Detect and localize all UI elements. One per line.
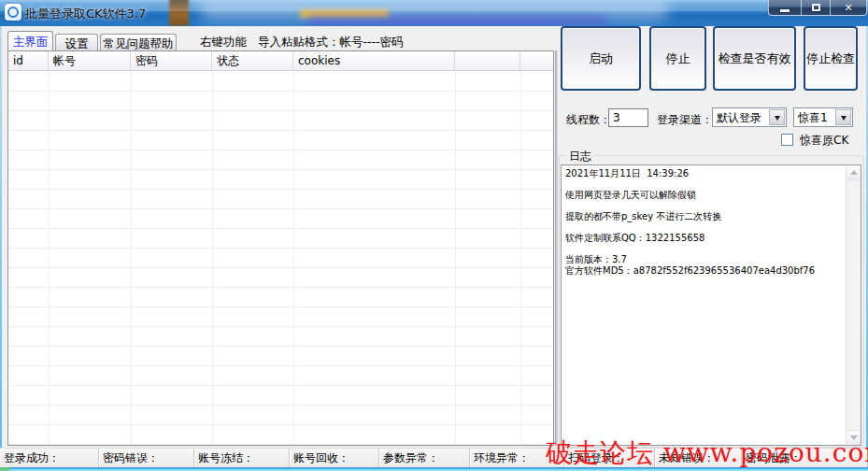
log-line: 使用网页登录几天可以解除假锁	[565, 190, 843, 201]
close-button[interactable]: ✕	[831, 0, 867, 16]
column-header-状态[interactable]: 状态	[212, 51, 293, 70]
chevron-down-icon	[841, 116, 847, 123]
login-channel-select[interactable]: 默认登录	[712, 107, 787, 127]
table-body[interactable]	[8, 72, 553, 445]
table-grid-line	[293, 72, 294, 445]
minimize-icon	[780, 9, 790, 12]
arrow-down-icon	[850, 435, 858, 444]
column-header-id[interactable]: id	[8, 51, 49, 70]
log-lines: 2021年11月11日 14:39:26使用网页登录几天可以解除假锁提取的都不带…	[565, 168, 843, 443]
tab-3[interactable]: 常见问题帮助	[100, 34, 177, 51]
column-header-cookies[interactable]: cookies	[293, 51, 455, 70]
window-controls: ✕	[768, 0, 867, 16]
log-scrollbar[interactable]	[846, 165, 861, 445]
login-channel-dropdown-button[interactable]	[769, 109, 785, 125]
app-window: 批量登录取CK软件3.7 ✕ 主界面设置常见问题帮助 右键功能 导入粘贴格式：帐…	[0, 0, 868, 471]
login-channel-label: 登录渠道：	[657, 112, 713, 128]
window-frame-bottom	[0, 467, 868, 471]
log-line: 提取的都不带p_skey 不进行二次转换	[565, 211, 843, 222]
status-item-5: 参数异常：	[379, 449, 470, 467]
status-bar: 登录成功：密码错误：账号冻结：账号回收：参数异常：环境异常：扫码登录：未知错误：…	[0, 448, 868, 467]
log-line: 官方软件MD5：a8782f552f623965536407ea4d30bf76	[565, 265, 843, 277]
table-grid-line	[131, 72, 132, 445]
panel-button-2[interactable]: 停止	[649, 26, 706, 91]
scroll-up-button[interactable]	[847, 165, 861, 180]
surprise-value: 惊喜1	[798, 109, 828, 126]
close-icon: ✕	[844, 1, 852, 15]
glass-blob	[308, 16, 607, 26]
panel-button-1[interactable]: 启动	[561, 26, 641, 91]
restore-button[interactable]	[802, 0, 831, 16]
status-item-4: 账号回收：	[290, 449, 379, 467]
table-grid-line	[212, 72, 213, 445]
log-line	[565, 222, 843, 234]
arrow-up-icon	[850, 166, 858, 175]
table-header: id帐号密码状态cookies	[8, 51, 553, 71]
status-item-2: 密码错误：	[99, 449, 194, 467]
minimize-button[interactable]	[768, 0, 802, 16]
log-line: 当前版本：3.7	[565, 254, 843, 265]
title-bar[interactable]: 批量登录取CK软件3.7 ✕	[0, 0, 868, 26]
status-item-7: 扫码登录：	[564, 449, 655, 467]
login-channel-value: 默认登录	[717, 109, 761, 126]
app-icon	[5, 4, 21, 21]
log-groupbox-label: 日志	[565, 149, 595, 164]
thread-count-label: 线程数：	[566, 112, 611, 128]
surprise-dropdown-button[interactable]	[835, 109, 851, 125]
panel-button-3[interactable]: 检查是否有效	[713, 26, 796, 91]
panel-button-4[interactable]: 停止检查	[804, 26, 858, 91]
log-textarea[interactable]: 2021年11月11日 14:39:26使用网页登录几天可以解除假锁提取的都不带…	[561, 164, 861, 446]
column-header-密码[interactable]: 密码	[131, 51, 212, 70]
log-line	[565, 201, 843, 212]
status-item-1: 登录成功：	[0, 449, 99, 467]
status-item-6: 环境异常：	[470, 449, 564, 467]
right-click-hint: 右键功能	[200, 35, 247, 50]
table-grid-line	[455, 72, 456, 445]
thread-count-input[interactable]	[608, 108, 648, 127]
window-frame-left	[0, 26, 2, 471]
log-line	[565, 179, 843, 191]
import-format-hint: 导入粘贴格式：帐号----密码	[258, 35, 404, 50]
column-header-帐号[interactable]: 帐号	[49, 51, 131, 70]
table-grid-line	[520, 72, 521, 445]
tab-2[interactable]: 设置	[55, 34, 98, 51]
tab-bar: 主界面设置常见问题帮助	[7, 31, 177, 51]
log-line: 软件定制联系QQ：1322155658	[565, 233, 843, 244]
tab-1[interactable]: 主界面	[7, 31, 53, 51]
log-line: 2021年11月11日 14:39:26	[565, 168, 843, 179]
surprise-ck-checkbox-label: 惊喜原CK	[800, 133, 848, 149]
surprise-select[interactable]: 惊喜1	[793, 107, 853, 127]
log-line	[565, 244, 843, 255]
status-item-9: 密码泄露：	[742, 449, 868, 467]
surprise-ck-checkbox[interactable]	[781, 134, 793, 146]
restore-icon	[812, 4, 820, 11]
panel-splitter	[555, 50, 558, 446]
chevron-down-icon	[775, 116, 780, 123]
accounts-table[interactable]: id帐号密码状态cookies	[7, 50, 554, 446]
column-header-filler[interactable]	[455, 51, 520, 70]
table-grid-line	[49, 72, 50, 445]
window-title: 批量登录取CK软件3.7	[25, 6, 146, 22]
status-item-3: 账号冻结：	[194, 449, 290, 467]
scroll-down-button[interactable]	[847, 430, 861, 445]
status-item-8: 未知错误：	[655, 449, 742, 467]
